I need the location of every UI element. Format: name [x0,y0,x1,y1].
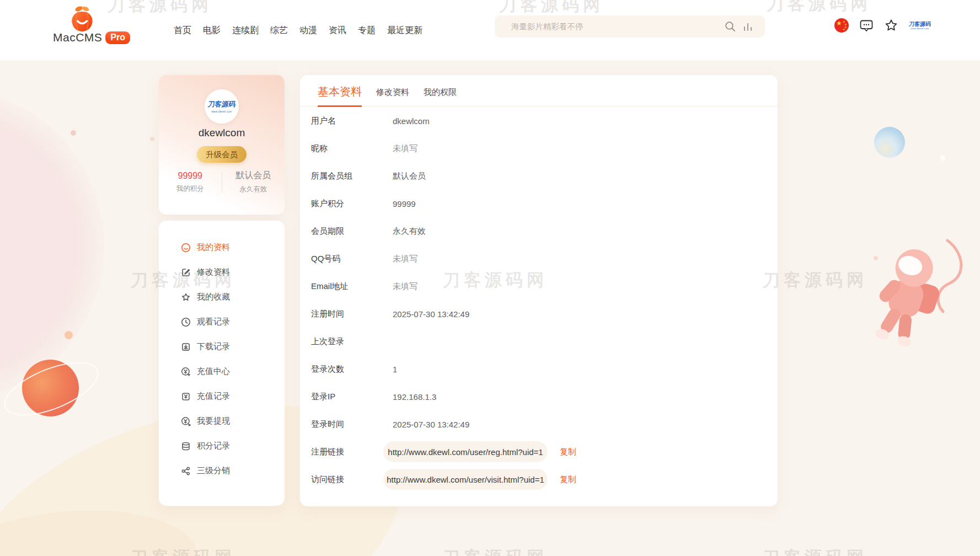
message-icon[interactable] [859,18,874,33]
field-label: 上次登录 [311,336,393,347]
profile-row: QQ号码 未填写 [300,245,778,272]
field-label: 账户积分 [311,199,393,209]
field-label: 会员期限 [311,226,393,237]
field-label: 登录次数 [311,364,393,375]
watermark: 刀客源码网 [443,546,548,556]
sidebar-menu-item[interactable]: 我的收藏 [159,285,285,309]
link-field[interactable]: http://www.dkewl.com/user/visit.html?uid… [383,469,548,490]
field-value: 未填写 [393,254,417,264]
database-icon [181,441,191,451]
field-value: 1 [393,365,397,374]
field-label: 用户名 [311,116,393,126]
field-label: 注册链接 [311,447,383,457]
sidebar-menu-item[interactable]: 下载记录 [159,334,285,359]
username: dkewlcom [159,127,285,139]
sidebar-menu-item[interactable]: 观看记录 [159,309,285,334]
field-value: 永久有效 [393,226,426,237]
profile-row: 上次登录 [300,328,778,355]
sidebar-menu-item[interactable]: 充值记录 [159,384,285,409]
favorite-star-icon[interactable] [884,18,898,33]
field-value: 2025-07-30 13:42:49 [393,420,469,429]
nav-item[interactable]: 专题 [358,25,376,36]
field-label: 登录时间 [311,419,393,430]
tab[interactable]: 基本资料 [318,84,362,107]
field-value: 未填写 [393,281,417,292]
field-label: 登录IP [311,392,393,402]
pro-badge: Pro [105,31,130,44]
nav-item[interactable]: 电影 [203,25,221,36]
nav-item[interactable]: 综艺 [270,25,288,36]
field-value: 未填写 [393,143,417,154]
main-nav: 首页电影连续剧综艺动漫资讯专题最近更新 [174,0,422,61]
field-label: 昵称 [311,143,393,154]
field-label: 注册时间 [311,309,393,319]
field-label: 访问链接 [311,474,383,485]
sidebar-menu-item[interactable]: 积分记录 [159,434,285,458]
planet-ring-decoration [0,351,105,427]
profile-link-row: 访问链接 http://www.dkewl.com/user/visit.htm… [300,466,778,493]
astronaut-illustration [854,236,970,366]
field-value: dkewlcom [393,116,430,126]
tab[interactable]: 修改资料 [376,87,409,107]
nav-item[interactable]: 动漫 [299,25,317,36]
profile-tabs: 基本资料修改资料我的权限 [300,75,778,106]
profile-row: 所属会员组 默认会员 [300,162,778,190]
nav-item[interactable]: 首页 [174,25,191,36]
sidebar-menu-item[interactable]: 三级分销 [159,458,285,483]
coin-plus-icon [181,367,191,377]
download-icon [181,342,191,352]
pink-blob-decoration [0,88,105,403]
smiley-icon [181,243,191,253]
ranking-bars-icon[interactable] [742,20,754,33]
watermark: 刀客源码网 [763,546,867,556]
nav-item[interactable]: 最近更新 [387,25,422,36]
profile-content-card: 基本资料修改资料我的权限 用户名 dkewlcom 昵称 未填写 所属会员组 默… [300,75,778,506]
blue-sphere-decoration [874,127,905,158]
upgrade-member-button[interactable]: 升级会员 [197,146,247,163]
field-label: QQ号码 [311,254,393,264]
yen-square-icon [181,392,191,402]
search-input[interactable] [495,15,732,38]
copy-button[interactable]: 复制 [560,474,576,485]
share-icon [181,466,191,476]
star-icon [181,292,191,302]
profile-row: 会员期限 永久有效 [300,217,778,245]
field-label: Email地址 [311,281,393,292]
partner-site-logo[interactable]: 刀客源码 www.dkewl.com [909,22,931,30]
edit-icon [181,268,191,277]
profile-row: 登录IP 192.168.1.3 [300,383,778,410]
language-flag-icon[interactable]: ★ ★ ★ ★ ★ [834,18,849,33]
sidebar-menu-item[interactable]: 我要提现 [159,409,285,434]
avatar: 刀客源码 www.dkewl.com [205,89,239,124]
brand-name: MacCMS [53,31,102,44]
withdraw-icon [181,416,191,426]
sidebar-menu-item[interactable]: 我的资料 [159,235,285,260]
field-label: 所属会员组 [311,171,393,181]
nav-item[interactable]: 资讯 [329,25,346,36]
search-icon[interactable] [724,20,736,33]
header: MacCMS Pro 首页电影连续剧综艺动漫资讯专题最近更新 ★ ★ ★ ★ ★ [0,0,980,61]
profile-row: 用户名 dkewlcom [300,107,778,135]
dot-decoration [150,137,154,141]
clock-icon [181,317,191,327]
copy-button[interactable]: 复制 [560,447,576,457]
profile-row: Email地址 未填写 [300,272,778,300]
profile-row: 注册时间 2025-07-30 13:42:49 [300,300,778,328]
watermark: 刀客源码网 [131,546,235,556]
field-value: 默认会员 [393,171,426,181]
profile-row: 登录次数 1 [300,355,778,383]
nav-item[interactable]: 连续剧 [232,25,259,36]
dot-decoration [71,130,76,136]
sidebar-menu-item[interactable]: 充值中心 [159,359,285,384]
tab[interactable]: 我的权限 [424,87,457,107]
profile-row: 登录时间 2025-07-30 13:42:49 [300,410,778,438]
apple-logo-icon [68,5,96,33]
user-profile-card: 刀客源码 www.dkewl.com dkewlcom 升级会员 99999 我… [159,75,285,215]
profile-row: 昵称 未填写 [300,135,778,162]
sidebar-menu-item[interactable]: 修改资料 [159,260,285,285]
member-group-stat: 默认会员 永久有效 [222,170,285,194]
profile-link-row: 注册链接 http://www.dkewl.com/user/reg.html?… [300,438,778,466]
dot-decoration [65,331,73,339]
link-field[interactable]: http://www.dkewl.com/user/reg.html?uid=1 [383,441,548,462]
profile-fields: 用户名 dkewlcom 昵称 未填写 所属会员组 默认会员 账户积分 9999… [300,106,778,493]
